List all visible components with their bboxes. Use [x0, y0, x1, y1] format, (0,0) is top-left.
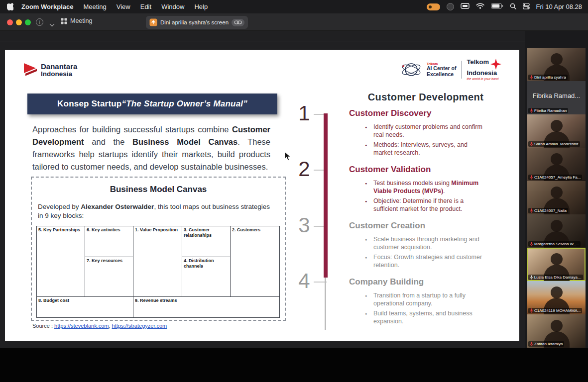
source-label: Source :	[32, 323, 53, 329]
menu-help[interactable]: Help	[194, 3, 208, 10]
bmc-cell-budget-cost: 8. Budget cost	[37, 296, 133, 318]
source-link-strategyzer[interactable]: https://strategyzer.com	[112, 323, 167, 329]
bmc-cell-key-activities: 6. Key activities	[85, 226, 133, 257]
mic-icon	[530, 275, 533, 280]
participant-name: Sarah Amalia_Moderator	[534, 142, 579, 146]
participant-tile-sarah[interactable]: Sarah Amalia_Moderator	[527, 114, 586, 148]
participants-sidebar: Dini aprilia syahra Fibrika Ramad... Fib…	[525, 31, 588, 348]
customer-validation-bullets: Test business models using Minimum Viabl…	[363, 179, 483, 215]
aice-line2: Excellence	[427, 72, 457, 78]
telkom-tagline: the world in your hand	[467, 78, 501, 81]
step-title-customer-validation: Customer Validation	[349, 165, 431, 175]
participant-display-name: Fibrika Ramad...	[527, 92, 586, 99]
danantara-logo: Danantara Indonesia	[24, 63, 77, 78]
participant-name: Lusia Elsa Dika Damayanty	[534, 275, 582, 280]
participant-tile-ameylia[interactable]: C1A024057_Ameylia Fa...	[527, 148, 586, 181]
intro-paragraph: Approaches for building successful start…	[32, 123, 270, 173]
shared-screen-tab-label: Dini aprilia syahra's screen	[160, 19, 229, 25]
bmc-cell-customer-relationships: 3. Customer relationships	[182, 226, 231, 257]
shared-screen-area: Danantara Indonesia Telkom AI Center of	[0, 31, 525, 348]
meeting-info-icon[interactable]: i	[36, 18, 43, 26]
step-number-1: 1	[293, 101, 316, 125]
partner-logos: Telkom AI Center of Excellence Telkom In…	[401, 59, 501, 81]
link-icon[interactable]	[232, 19, 244, 26]
battery-icon[interactable]	[491, 3, 503, 10]
logo-divider	[461, 61, 462, 79]
participant-tile-lusia-active-speaker[interactable]: Lusia Elsa Dika Damayanty	[527, 248, 586, 281]
bullet-item: Focus: Growth strategies and customer re…	[363, 253, 483, 269]
bmc-cell-value-proposition: 1. Value Proposition	[133, 226, 182, 296]
customer-discovery-bullets: Identify customer problems and confirm r…	[363, 123, 483, 159]
grid-icon	[61, 18, 67, 24]
intro-seg: Approaches for building successful start…	[32, 125, 232, 134]
brand-line2: Indonesia	[41, 71, 77, 78]
muted-mic-icon	[530, 308, 533, 313]
muted-mic-icon	[530, 108, 533, 113]
chevron-down-icon[interactable]	[49, 20, 55, 29]
muted-mic-icon	[530, 175, 533, 180]
intro-bold-bmc: Business Model Canvas	[132, 137, 237, 146]
bmc-dashed-box: Business Model Canvas Developed by Alexa…	[31, 177, 286, 321]
bmc-cell-key-partnerships: 5. Key Partnerships	[37, 226, 85, 296]
fullscreen-window-button[interactable]	[25, 19, 31, 25]
bmc-title: Business Model Canvas	[32, 185, 285, 194]
screen-share-indicator[interactable]	[427, 3, 440, 10]
search-icon[interactable]	[510, 3, 516, 11]
telkom-line1: Telkom	[467, 59, 489, 66]
step-title-company-building: Company Building	[349, 277, 424, 287]
meeting-tab-label: Meeting	[70, 17, 92, 24]
status-circle-icon[interactable]	[447, 3, 454, 10]
mouse-cursor	[284, 151, 291, 161]
participant-tile-mohamma[interactable]: C1A024119 MOHAMMA...	[527, 281, 586, 314]
bmc-cell-revenue-streams: 9. Revenue streams	[133, 296, 279, 318]
zoom-titlebar: i Meeting Dini aprilia syahra's screen	[0, 13, 588, 31]
muted-mic-icon	[530, 342, 533, 346]
telkom-star-icon	[490, 59, 501, 70]
telkom-logo: Telkom Indonesia the world in your hand	[467, 59, 501, 81]
meeting-tab[interactable]: Meeting	[61, 17, 92, 24]
participant-name: Dini aprilia syahra	[534, 75, 566, 80]
participant-tile-dini[interactable]: Dini aprilia syahra	[527, 48, 586, 81]
bullet-item: Scale business through marketing and cus…	[363, 235, 483, 251]
close-window-button[interactable]	[7, 19, 13, 25]
bmc-desc-seg: Developed by	[38, 203, 81, 210]
screen-share-icon	[149, 18, 157, 26]
menu-meeting[interactable]: Meeting	[84, 3, 107, 10]
telkom-line2: Indonesia	[467, 70, 501, 77]
participant-name: C1A024119 MOHAMMA...	[534, 308, 581, 313]
display-icon[interactable]	[461, 3, 470, 10]
participant-tile-zafirah[interactable]: Zafirah Ikramiya	[527, 314, 586, 348]
step-title-customer-creation: Customer Creation	[349, 221, 425, 231]
app-name[interactable]: Zoom Workplace	[21, 3, 74, 10]
bmc-cell-distribution-channels: 4. Distribution channels	[182, 257, 231, 296]
menubar-status-area: Fri 10 Apr 08.28	[427, 3, 583, 11]
apple-menu-icon[interactable]	[7, 3, 13, 10]
participant-tile-naila[interactable]: C1A024007_Naila	[527, 181, 586, 214]
menubar-clock[interactable]: Fri 10 Apr 08.28	[536, 3, 583, 10]
control-center-icon[interactable]	[523, 3, 530, 11]
ai-center-emblem-icon	[401, 59, 422, 80]
menu-window[interactable]: Window	[161, 3, 184, 10]
bottom-black-bar	[0, 348, 588, 382]
participant-tile-fibrika[interactable]: Fibrika Ramad... Fibrika Ramadhan	[527, 81, 586, 114]
bullet-item: Test business models using Minimum Viabl…	[363, 179, 483, 195]
bmc-grid: 5. Key Partnerships 6. Key activities 7.…	[36, 226, 280, 318]
participant-name: C1A024007_Naila	[534, 208, 567, 213]
step-title-customer-discovery: Customer Discovery	[349, 108, 431, 118]
step-number-2: 2	[293, 157, 316, 181]
participant-name: Fibrika Ramadhan	[534, 108, 567, 113]
bullet-item: Transition from a startup to a fully ope…	[363, 291, 483, 307]
muted-mic-icon	[530, 242, 533, 246]
shared-screen-tab[interactable]: Dini aprilia syahra's screen	[146, 16, 248, 29]
wifi-icon[interactable]	[476, 3, 484, 10]
bullet-item: Objective: Determine if there is a suffi…	[363, 197, 483, 213]
bullet-item: Build teams, systems, and business expan…	[363, 309, 483, 325]
participant-name: C1A024057_Ameylia Fa...	[534, 175, 581, 180]
muted-mic-icon	[530, 75, 533, 80]
menu-edit[interactable]: Edit	[140, 3, 151, 10]
minimize-window-button[interactable]	[16, 19, 22, 25]
bmc-cell-key-resources: 7. Key resources	[85, 257, 133, 296]
source-link-steveblank[interactable]: https://steveblank.com	[54, 323, 109, 329]
participant-tile-margaretha[interactable]: Margaretha Selvina W_...	[527, 214, 586, 248]
menu-view[interactable]: View	[117, 3, 130, 10]
